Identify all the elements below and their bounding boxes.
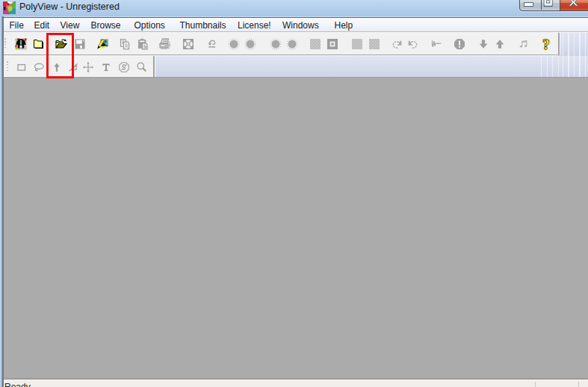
svg-text:?: ? — [542, 37, 550, 52]
